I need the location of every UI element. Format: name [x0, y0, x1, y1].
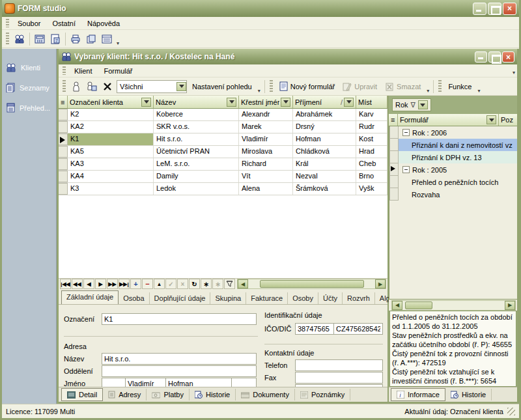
prijmeni-field[interactable]: [165, 378, 232, 387]
tab-osoby[interactable]: Osoby: [288, 292, 318, 304]
close-button[interactable]: ×: [503, 3, 516, 15]
menu-grip[interactable]: [6, 19, 9, 27]
panel-horizontal-scrollbar[interactable]: ◀ ▶: [391, 300, 516, 311]
calculator-icon[interactable]: [32, 32, 48, 46]
grid-horizontal-scrollbar[interactable]: ◀ ▶: [237, 279, 386, 289]
client-copy-icon[interactable]: [84, 79, 100, 94]
list-item[interactable]: Rozvaha: [389, 188, 517, 201]
tab-platby[interactable]: Platby: [147, 389, 190, 400]
row-selector[interactable]: [59, 146, 68, 158]
cell-city[interactable]: Kost: [356, 133, 387, 145]
oddeleni-field[interactable]: [102, 365, 257, 377]
maximize-button[interactable]: [488, 3, 501, 15]
cell-last-name[interactable]: Chládková: [293, 146, 356, 158]
nav-insert-button[interactable]: +: [130, 279, 141, 289]
cell-first-name[interactable]: Marek: [239, 121, 293, 133]
chevron-down-icon[interactable]: [486, 115, 496, 124]
client-minimize-button[interactable]: [475, 51, 487, 63]
cell-city[interactable]: Hrad: [356, 146, 387, 158]
cell-name[interactable]: Koberce: [154, 109, 239, 120]
cell-city[interactable]: Karv: [356, 109, 387, 120]
cell-first-name[interactable]: Vít: [239, 171, 293, 182]
nav-post-button[interactable]: ✓: [165, 279, 176, 289]
client-toolbar-grip[interactable]: [63, 80, 66, 92]
table-row-selected[interactable]: K1 Hit s.r.o. Vladimír Hofman Kost: [59, 133, 387, 146]
cell-code[interactable]: K2: [68, 109, 154, 120]
row-selector[interactable]: [389, 151, 399, 163]
client-menu-grip[interactable]: [63, 66, 66, 75]
tab-historie[interactable]: Historie: [190, 389, 236, 400]
nav-cancel-button[interactable]: ×: [177, 279, 188, 289]
tab-zakladni-udaje[interactable]: Základní údaje: [61, 290, 119, 304]
nav-prev-button[interactable]: ◀: [83, 279, 94, 289]
grid-menu-icon[interactable]: ≡: [59, 96, 68, 108]
funkce-toolbar-grip[interactable]: [438, 80, 442, 92]
print-icon[interactable]: [68, 32, 83, 46]
cell-code[interactable]: K1: [68, 133, 154, 145]
copy-icon[interactable]: [83, 32, 99, 46]
row-selector[interactable]: [59, 109, 68, 120]
minimize-button[interactable]: [473, 3, 486, 15]
cell-name[interactable]: Ledok: [154, 183, 239, 195]
oznaceni-field[interactable]: [102, 313, 257, 325]
column-header-code[interactable]: Označení klienta: [68, 96, 154, 108]
scroll-right-icon[interactable]: ▶: [505, 301, 515, 310]
row-selector[interactable]: [389, 176, 399, 188]
column-header-poznamka[interactable]: Poz: [499, 114, 517, 126]
clients-icon[interactable]: [12, 32, 27, 46]
menu-ostatni[interactable]: Ostatní: [46, 18, 81, 29]
cell-first-name[interactable]: Alexandr: [239, 109, 293, 120]
scrollbar-thumb[interactable]: [405, 301, 432, 309]
row-selector[interactable]: [59, 133, 68, 145]
cell-last-name[interactable]: Drsný: [293, 121, 356, 133]
list-item-group[interactable]: Rok : 2006: [389, 126, 517, 139]
table-row[interactable]: KA5 Účetnictví PRAN Miroslava Chládková …: [59, 146, 387, 158]
cell-last-name[interactable]: Hofman: [293, 133, 356, 145]
scroll-left-icon[interactable]: ◀: [392, 301, 402, 310]
nazev-field[interactable]: [102, 353, 257, 365]
toolbar-overflow-icon[interactable]: ▾: [115, 40, 121, 48]
nav-next-button[interactable]: ▶: [95, 279, 106, 289]
grid-menu-icon[interactable]: ≡: [389, 114, 398, 126]
sidebar-item-klienti[interactable]: Klienti: [2, 58, 56, 77]
client-delete-icon[interactable]: [100, 79, 115, 94]
tab-fakturace[interactable]: Fakturace: [246, 292, 288, 304]
group-by-rok-button[interactable]: Rok ∇: [392, 98, 431, 111]
table-row[interactable]: KA2 SKR v.o.s. Marek Drsný Rudr: [59, 121, 387, 133]
ico-field[interactable]: [295, 323, 334, 335]
cell-name[interactable]: Hit s.r.o.: [154, 133, 239, 145]
jmeno-field[interactable]: [125, 378, 166, 387]
tab-osoba[interactable]: Osoba: [119, 292, 149, 304]
functions-button[interactable]: Funkce: [444, 79, 475, 94]
table-row[interactable]: K2 Koberce Alexandr Abrahámek Karv: [59, 109, 387, 121]
cell-code[interactable]: KA3: [68, 158, 154, 170]
tab-ucty[interactable]: Účty: [318, 292, 343, 304]
cell-name[interactable]: SKR v.o.s.: [154, 121, 239, 133]
row-selector[interactable]: [389, 139, 399, 151]
collapse-icon[interactable]: [402, 166, 410, 173]
client-maximize-button[interactable]: [488, 51, 501, 63]
cell-city[interactable]: Brno: [356, 171, 387, 182]
column-header-city[interactable]: Míst: [356, 96, 387, 108]
row-selector[interactable]: [59, 171, 68, 182]
cell-last-name[interactable]: Abrahámek: [293, 109, 356, 120]
menu-soubor[interactable]: Soubor: [12, 18, 46, 29]
tab-doplnujici-udaje[interactable]: Doplňující údaje: [150, 292, 211, 304]
toolbar-overflow-icon[interactable]: ▾: [256, 88, 262, 95]
row-selector[interactable]: [389, 163, 399, 176]
delete-form-button[interactable]: Smazat: [381, 79, 425, 94]
cell-last-name[interactable]: Král: [293, 158, 356, 170]
cell-last-name[interactable]: Nezval: [293, 171, 356, 182]
cell-last-name[interactable]: Šrámková: [293, 183, 356, 195]
cell-code[interactable]: KA2: [68, 121, 154, 133]
list-item-selected[interactable]: Přiznání k dani z nemovitostí vz: [389, 139, 517, 151]
client-detail-icon[interactable]: [68, 79, 84, 94]
cell-first-name[interactable]: Richard: [239, 158, 293, 170]
scrollbar-thumb[interactable]: [260, 280, 364, 288]
chevron-down-icon[interactable]: [227, 98, 236, 107]
table-row[interactable]: KA4 Damily Vít Nezval Brno: [59, 171, 387, 183]
resize-grip-icon[interactable]: [507, 408, 515, 415]
tab-dokumenty[interactable]: Dokumenty: [236, 389, 295, 400]
collapse-icon[interactable]: [402, 129, 410, 136]
nav-edit-button[interactable]: ▲: [154, 279, 165, 289]
